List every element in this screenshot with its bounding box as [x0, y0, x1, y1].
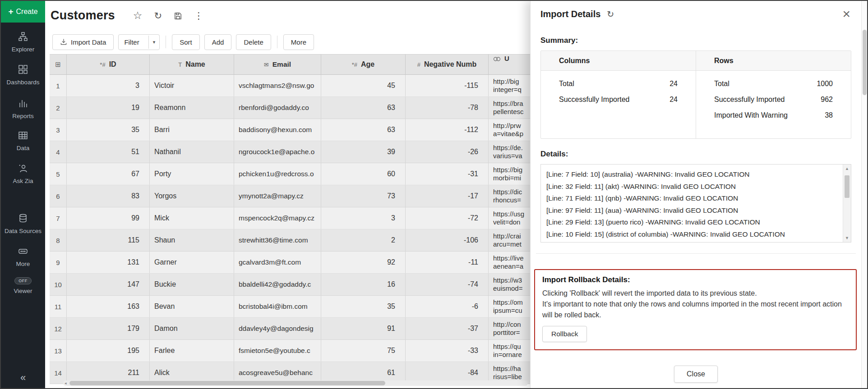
select-all-header[interactable]: ⊞	[50, 54, 67, 75]
column-header-id[interactable]: *#ID	[67, 54, 150, 75]
cell-email[interactable]: mspencock2q@mapy.cz	[234, 207, 321, 229]
rollback-button[interactable]: Rollback	[542, 326, 587, 342]
cell-age[interactable]: 92	[321, 252, 406, 273]
cell-age[interactable]: 73	[321, 185, 406, 207]
horizontal-scrollbar-thumb[interactable]	[69, 381, 385, 385]
cell-negative-number[interactable]: -6	[406, 296, 489, 317]
cell-id[interactable]: 179	[67, 318, 150, 339]
cell-negative-number[interactable]: -33	[406, 340, 489, 362]
cell-id[interactable]: 99	[67, 207, 150, 229]
column-header-negative-number[interactable]: #Negative Numb	[406, 54, 489, 75]
cell-email[interactable]: bcristobal4i@ibm.com	[234, 296, 321, 317]
cell-id[interactable]: 35	[67, 119, 150, 141]
vertical-scrollbar-thumb[interactable]	[863, 30, 867, 95]
cell-email[interactable]: vschlagtmans2@nsw.go	[234, 75, 321, 96]
cell-age[interactable]: 63	[321, 119, 406, 141]
cell-id[interactable]: 147	[67, 274, 150, 295]
favorite-star-icon[interactable]: ☆	[133, 10, 143, 21]
column-header-age[interactable]: *#Age	[321, 54, 406, 75]
cell-negative-number[interactable]: -26	[406, 141, 489, 163]
cell-negative-number[interactable]: -31	[406, 163, 489, 185]
cell-negative-number[interactable]: -37	[406, 318, 489, 339]
cell-name[interactable]: Barri	[150, 119, 234, 141]
scroll-up-icon[interactable]: ▲	[843, 166, 851, 171]
cell-id[interactable]: 3	[67, 75, 150, 96]
cell-email[interactable]: gcalvard3m@ft.com	[234, 252, 321, 273]
column-header-name[interactable]: TName	[150, 54, 234, 75]
cell-email[interactable]: fsmieton5e@youtube.c	[234, 340, 321, 362]
cell-id[interactable]: 115	[67, 229, 150, 251]
kebab-menu-icon[interactable]: ⋮	[194, 11, 203, 20]
collapse-sidebar-button[interactable]: «	[1, 372, 45, 384]
cell-id[interactable]: 51	[67, 141, 150, 163]
filter-button[interactable]: Filter ▾	[118, 34, 160, 50]
cell-email[interactable]: ngroucock1e@apache.o	[234, 141, 321, 163]
cell-age[interactable]: 45	[321, 75, 406, 96]
cell-negative-number[interactable]: -115	[406, 75, 489, 96]
cell-name[interactable]: Bevan	[150, 296, 234, 317]
cell-email[interactable]: pchicken1u@redcross.o	[234, 163, 321, 185]
cell-negative-number[interactable]: -17	[406, 185, 489, 207]
cell-email[interactable]: baddisony@hexun.com	[234, 119, 321, 141]
cell-name[interactable]: Shaun	[150, 229, 234, 251]
cell-name[interactable]: Farlee	[150, 340, 234, 362]
add-button[interactable]: Add	[204, 34, 232, 50]
cell-name[interactable]: Garner	[150, 252, 234, 273]
cell-age[interactable]: 91	[321, 318, 406, 339]
panel-close-icon[interactable]: ×	[842, 7, 850, 21]
cell-age[interactable]: 63	[321, 97, 406, 119]
cell-id[interactable]: 195	[67, 340, 150, 362]
cell-age[interactable]: 16	[321, 274, 406, 295]
sidebar-item-viewer[interactable]: OFF Viewer	[1, 277, 45, 294]
column-header-email[interactable]: ✉Email	[234, 54, 321, 75]
cell-negative-number[interactable]: -78	[406, 97, 489, 119]
cell-id[interactable]: 131	[67, 252, 150, 273]
sidebar-item-data-sources[interactable]: Data Sources	[1, 213, 45, 234]
cell-name[interactable]: Nathanil	[150, 141, 234, 163]
scroll-left-icon[interactable]: ◂	[63, 381, 68, 385]
cell-email[interactable]: ddavley4y@dagondesig	[234, 318, 321, 339]
details-scrollbar[interactable]: ▲ ▼	[843, 165, 851, 242]
details-scrollbar-thumb[interactable]	[845, 175, 850, 198]
cell-age[interactable]: 75	[321, 340, 406, 362]
cell-email[interactable]: rbenfordi@godaddy.co	[234, 97, 321, 119]
viewer-off-toggle[interactable]: OFF	[14, 277, 32, 284]
sidebar-item-dashboards[interactable]: Dashboards	[1, 64, 45, 86]
cell-name[interactable]: Victoir	[150, 75, 234, 96]
scroll-down-icon[interactable]: ▼	[843, 236, 851, 240]
cell-id[interactable]: 163	[67, 296, 150, 317]
create-button[interactable]: + Create	[1, 1, 45, 23]
sort-button[interactable]: Sort	[172, 34, 200, 50]
sidebar-item-explorer[interactable]: Explorer	[1, 32, 45, 53]
cell-age[interactable]: 3	[321, 207, 406, 229]
cell-email[interactable]: strewhitt36@time.com	[234, 229, 321, 251]
delete-button[interactable]: Delete	[236, 34, 271, 50]
more-button[interactable]: More	[283, 34, 314, 50]
cell-name[interactable]: Reamonn	[150, 97, 234, 119]
save-icon[interactable]	[174, 10, 182, 20]
cell-name[interactable]: Damon	[150, 318, 234, 339]
cell-name[interactable]: Mick	[150, 207, 234, 229]
horizontal-scrollbar[interactable]: ◂	[63, 380, 528, 386]
cell-id[interactable]: 83	[67, 185, 150, 207]
refresh-icon[interactable]: ↻	[154, 11, 162, 20]
cell-negative-number[interactable]: -11	[406, 252, 489, 273]
cell-age[interactable]: 2	[321, 229, 406, 251]
sidebar-item-data[interactable]: Data	[1, 130, 45, 151]
cell-name[interactable]: Buckie	[150, 274, 234, 295]
filter-caret-icon[interactable]: ▾	[148, 36, 160, 49]
cell-negative-number[interactable]: -74	[406, 274, 489, 295]
cell-negative-number[interactable]: -72	[406, 207, 489, 229]
close-button[interactable]: Close	[674, 366, 718, 383]
sidebar-item-more[interactable]: More	[1, 246, 45, 267]
sidebar-item-reports[interactable]: Reports	[1, 98, 45, 119]
cell-id[interactable]: 19	[67, 97, 150, 119]
cell-negative-number[interactable]: -106	[406, 229, 489, 251]
cell-id[interactable]: 67	[67, 163, 150, 185]
cell-age[interactable]: 60	[321, 163, 406, 185]
cell-email[interactable]: bbaldelli42@godaddy.c	[234, 274, 321, 295]
sidebar-item-ask-zia[interactable]: Ask Zia	[1, 163, 45, 184]
panel-refresh-icon[interactable]: ↻	[607, 9, 614, 19]
cell-name[interactable]: Porty	[150, 163, 234, 185]
import-data-button[interactable]: Import Data	[52, 34, 114, 50]
